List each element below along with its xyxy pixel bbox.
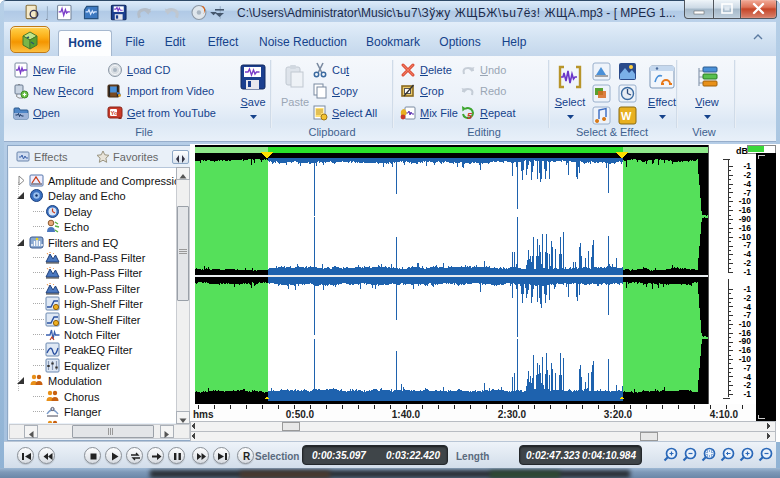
- svg-text:hms: hms: [193, 409, 214, 420]
- svg-text:-1: -1: [743, 267, 751, 277]
- svg-text:You: You: [110, 110, 121, 116]
- svg-text:R: R: [243, 451, 251, 462]
- svg-text:-1: -1: [743, 389, 751, 399]
- svg-text:3:20.0: 3:20.0: [604, 409, 633, 420]
- svg-text:0:50.0: 0:50.0: [286, 409, 315, 420]
- svg-text:1:40.0: 1:40.0: [392, 409, 421, 420]
- svg-text:W: W: [621, 110, 632, 122]
- svg-text:2:30.0: 2:30.0: [498, 409, 527, 420]
- svg-text:4:10.0: 4:10.0: [710, 409, 739, 420]
